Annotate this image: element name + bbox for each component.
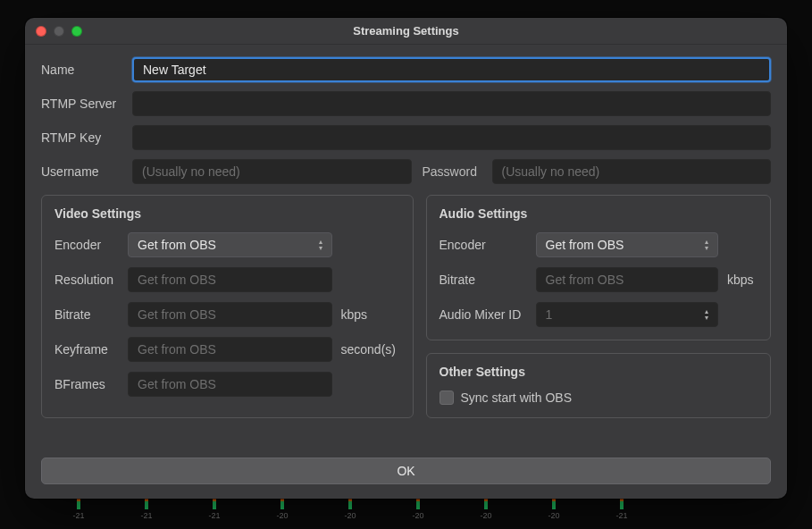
resolution-input[interactable]: [128, 267, 332, 292]
username-label: Username: [41, 164, 121, 179]
updown-icon: [314, 236, 328, 254]
sync-start-label: Sync start with OBS: [461, 390, 572, 405]
bframes-input[interactable]: [128, 372, 332, 397]
video-bitrate-label: Bitrate: [54, 307, 119, 322]
other-settings-group: Other Settings Sync start with OBS: [426, 353, 772, 418]
video-bitrate-unit: kbps: [341, 307, 400, 322]
background-meters: -21 -21 -21 -20 -20 -20 -20 -20 -21: [71, 497, 794, 524]
audio-encoder-value: Get from OBS: [546, 238, 624, 252]
updown-icon: [699, 306, 714, 323]
bframes-label: BFrames: [54, 377, 119, 391]
video-settings-group: Video Settings Encoder Get from OBS Reso…: [41, 195, 414, 418]
video-encoder-label: Encoder: [54, 238, 119, 252]
other-settings-title: Other Settings: [439, 365, 758, 379]
rtmp-key-input[interactable]: [132, 125, 771, 150]
password-input[interactable]: [492, 159, 772, 184]
audio-bitrate-unit: kbps: [727, 273, 758, 287]
audio-encoder-label: Encoder: [439, 238, 527, 252]
ok-button[interactable]: OK: [41, 458, 771, 484]
audio-mixer-label: Audio Mixer ID: [439, 307, 527, 322]
audio-settings-title: Audio Settings: [439, 206, 758, 221]
audio-bitrate-label: Bitrate: [439, 273, 527, 287]
window-controls: [36, 26, 82, 37]
resolution-label: Resolution: [54, 273, 119, 287]
sync-start-checkbox[interactable]: [439, 390, 454, 405]
minimize-button[interactable]: [54, 26, 64, 37]
updown-icon: [699, 236, 714, 254]
video-settings-title: Video Settings: [54, 206, 400, 221]
close-button[interactable]: [36, 26, 46, 37]
audio-mixer-select[interactable]: 1: [536, 302, 719, 327]
password-label: Password: [423, 164, 481, 179]
video-bitrate-input[interactable]: [128, 302, 332, 327]
username-input[interactable]: [132, 159, 412, 184]
audio-encoder-select[interactable]: Get from OBS: [536, 232, 719, 257]
dialog-title: Streaming Settings: [25, 24, 787, 38]
audio-settings-group: Audio Settings Encoder Get from OBS Bitr…: [426, 195, 772, 340]
keyframe-input[interactable]: [128, 337, 332, 362]
name-label: Name: [41, 63, 121, 77]
streaming-settings-dialog: Streaming Settings Name RTMP Server RTMP…: [25, 18, 787, 499]
keyframe-unit: second(s): [341, 342, 400, 357]
audio-mixer-value: 1: [546, 307, 553, 322]
audio-bitrate-input[interactable]: [536, 267, 719, 292]
rtmp-key-label: RTMP Key: [41, 130, 121, 145]
name-input[interactable]: [132, 57, 771, 82]
video-encoder-select[interactable]: Get from OBS: [128, 232, 332, 257]
keyframe-label: Keyframe: [54, 342, 119, 357]
video-encoder-value: Get from OBS: [138, 238, 216, 252]
zoom-button[interactable]: [71, 26, 82, 37]
rtmp-server-input[interactable]: [132, 91, 771, 116]
rtmp-server-label: RTMP Server: [41, 97, 121, 111]
titlebar: Streaming Settings: [25, 18, 787, 45]
